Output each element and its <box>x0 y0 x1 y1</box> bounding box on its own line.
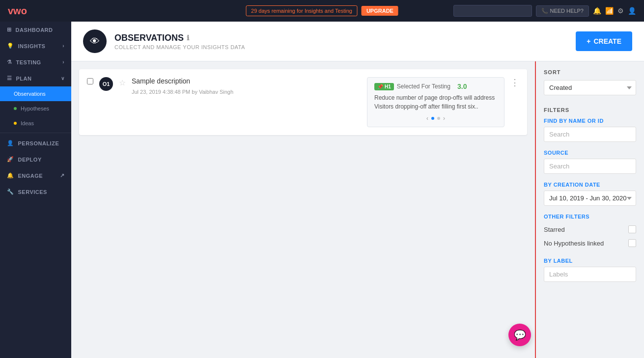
settings-icon[interactable]: ⚙ <box>617 7 624 15</box>
sort-title: SORT <box>544 69 636 75</box>
bell-icon[interactable]: 🔔 <box>593 7 601 15</box>
date-select[interactable]: Jul 10, 2019 - Jun 30, 2020 <box>544 191 636 206</box>
sidebar: ⊞ DASHBOARD 💡 INSIGHTS › ⚗ TESTING › ☰ P… <box>0 22 71 358</box>
eye-icon: 👁 <box>90 36 100 47</box>
by-label-title: BY LABEL <box>544 258 636 264</box>
topbar-center: 29 days remaining for Insights and Testi… <box>246 5 398 16</box>
wrench-icon: 🔧 <box>7 189 14 195</box>
other-filters-label: OTHER FILTERS <box>544 214 636 220</box>
sort-select[interactable]: Created Modified Title <box>544 80 636 95</box>
starred-filter-row: Starred <box>544 222 636 236</box>
observation-description: Sample description <box>132 77 361 85</box>
phone-icon: 📞 <box>541 8 548 14</box>
sidebar-item-plan[interactable]: ☰ PLAN ∨ <box>0 70 71 86</box>
pin-icon: 📌 <box>377 84 383 89</box>
info-icon: ℹ <box>187 34 189 42</box>
user-icon: 👤 <box>7 140 14 146</box>
observation-checkbox[interactable] <box>87 78 93 84</box>
sidebar-label-testing: TESTING <box>16 59 41 65</box>
yellow-dot-icon <box>14 122 17 125</box>
source-input[interactable] <box>544 159 636 174</box>
observation-content: Sample description Jul 23, 2019 4:38:48 … <box>132 77 361 95</box>
sidebar-item-deploy[interactable]: 🚀 DEPLOY <box>0 151 71 167</box>
create-button[interactable]: + CREATE <box>576 31 632 51</box>
sidebar-divider <box>0 133 71 133</box>
green-dot-icon <box>14 107 17 110</box>
page-subtitle: COLLECT AND MANAGE YOUR INSIGHTS DATA <box>114 44 245 50</box>
lightbulb-icon: 💡 <box>7 43 14 49</box>
hypothesis-card: 📌 H1 Selected For Testing 3.0 Reduce num… <box>367 77 504 127</box>
need-help-button[interactable]: 📞 NEED HELP? <box>536 5 589 17</box>
starred-checkbox[interactable] <box>628 225 636 233</box>
filters-section: FILTERS FIND BY NAME OR ID SOURCE BY CRE… <box>544 107 636 282</box>
page-header-text: OBSERVATIONS ℹ COLLECT AND MANAGE YOUR I… <box>114 33 245 50</box>
page-header-icon: 👁 <box>83 29 107 53</box>
bell-sidebar-icon: 🔔 <box>7 172 14 179</box>
hypothesis-nav: ‹ › <box>374 115 497 122</box>
chevron-right-icon: › <box>62 43 64 49</box>
topbar-right: 📞 NEED HELP? 🔔 📶 ⚙ 👤 <box>453 5 636 17</box>
sidebar-item-observations[interactable]: Observations <box>0 86 71 101</box>
chat-icon: 💬 <box>514 329 526 341</box>
topbar: vwo 29 days remaining for Insights and T… <box>0 0 644 22</box>
sidebar-item-dashboard[interactable]: ⊞ DASHBOARD <box>0 22 71 38</box>
sidebar-label-dashboard: DASHBOARD <box>16 27 53 33</box>
next-arrow-icon[interactable]: › <box>443 115 445 122</box>
sidebar-item-testing[interactable]: ⚗ TESTING › <box>0 54 71 70</box>
user-avatar[interactable]: 👤 <box>628 7 636 15</box>
external-link-icon: ↗ <box>60 172 65 179</box>
star-icon[interactable]: ☆ <box>119 78 126 87</box>
main-layout: ⊞ DASHBOARD 💡 INSIGHTS › ⚗ TESTING › ☰ P… <box>0 22 644 358</box>
sort-section: SORT Created Modified Title <box>544 69 636 95</box>
sidebar-label-observations: Observations <box>14 91 46 97</box>
find-label: FIND BY NAME OR ID <box>544 118 636 124</box>
page-header: 👁 OBSERVATIONS ℹ COLLECT AND MANAGE YOUR… <box>71 22 644 61</box>
topbar-search-input[interactable] <box>453 5 532 17</box>
sidebar-section-main: ⊞ DASHBOARD 💡 INSIGHTS › ⚗ TESTING › ☰ P… <box>0 22 71 200</box>
chat-bubble[interactable]: 💬 <box>508 324 531 346</box>
logo: vwo <box>8 5 27 17</box>
starred-label: Starred <box>544 226 565 233</box>
signal-icon[interactable]: 📶 <box>605 7 614 15</box>
nav-dot-2 <box>437 117 440 120</box>
page-title: OBSERVATIONS ℹ <box>114 33 245 43</box>
observation-meta: Jul 23, 2019 4:38:48 PM by Vaibhav Singh <box>132 89 361 95</box>
sidebar-label-services: SERVICES <box>18 189 47 195</box>
hypothesis-score: 3.0 <box>457 83 467 90</box>
date-label: BY CREATION DATE <box>544 182 636 188</box>
chevron-right-icon-testing: › <box>62 59 64 65</box>
need-help-label: NEED HELP? <box>550 8 584 14</box>
labels-input[interactable] <box>544 267 636 282</box>
observation-number: O1 <box>99 77 113 91</box>
hypothesis-status: Selected For Testing <box>397 83 450 90</box>
prev-arrow-icon[interactable]: ‹ <box>426 115 428 122</box>
nav-dot-1 <box>431 117 434 120</box>
hypothesis-badge: 📌 H1 <box>374 83 394 90</box>
plus-icon: + <box>587 37 590 45</box>
sidebar-label-ideas: Ideas <box>21 120 34 126</box>
grid-icon: ⊞ <box>7 27 12 33</box>
observations-list: O1 ☆ Sample description Jul 23, 2019 4:3… <box>71 61 535 358</box>
content-area: 👁 OBSERVATIONS ℹ COLLECT AND MANAGE YOUR… <box>71 22 644 358</box>
sidebar-item-engage[interactable]: 🔔 ENGAGE ↗ <box>0 167 71 184</box>
source-label: SOURCE <box>544 150 636 156</box>
sidebar-item-ideas[interactable]: Ideas <box>0 116 71 131</box>
list-icon: ☰ <box>7 75 12 82</box>
find-input[interactable] <box>544 127 636 142</box>
no-hypothesis-label: No Hypothesis linked <box>544 240 604 247</box>
create-label: CREATE <box>593 37 621 45</box>
trial-banner: 29 days remaining for Insights and Testi… <box>246 5 358 16</box>
sidebar-item-services[interactable]: 🔧 SERVICES <box>0 184 71 200</box>
sidebar-label-engage: ENGAGE <box>18 173 43 179</box>
sidebar-item-hypotheses[interactable]: Hypotheses <box>0 101 71 116</box>
hypothesis-text: Reduce number of page drop-offs will add… <box>374 93 497 111</box>
content-body: O1 ☆ Sample description Jul 23, 2019 4:3… <box>71 61 644 358</box>
sidebar-item-insights[interactable]: 💡 INSIGHTS › <box>0 38 71 54</box>
sidebar-item-personalize[interactable]: 👤 PERSONALIZE <box>0 135 71 151</box>
upgrade-button[interactable]: UPGRADE <box>362 6 398 16</box>
sidebar-label-plan: PLAN <box>16 76 32 82</box>
sidebar-label-deploy: DEPLOY <box>18 157 42 163</box>
no-hypothesis-checkbox[interactable] <box>628 239 636 247</box>
filters-title: FILTERS <box>544 107 636 113</box>
more-options-icon[interactable]: ⋮ <box>510 77 519 88</box>
